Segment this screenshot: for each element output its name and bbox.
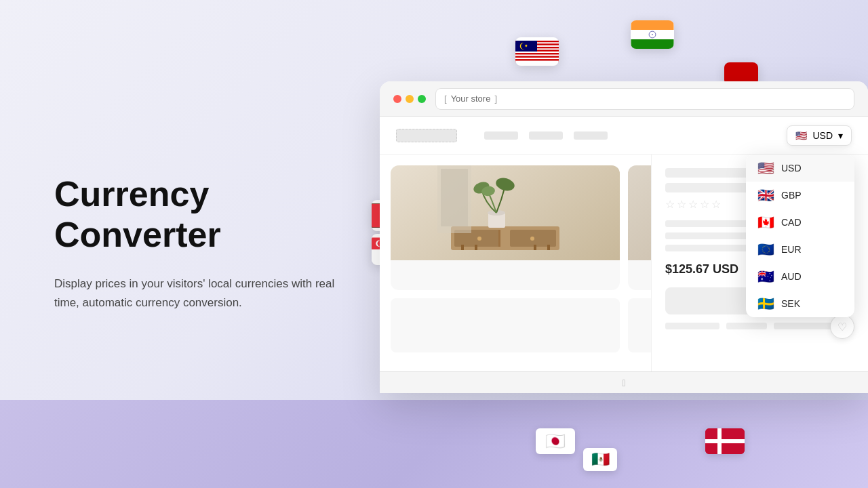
currency-option-sek[interactable]: 🇸🇪 SEK: [746, 290, 854, 317]
india-flag: [631, 20, 674, 49]
left-section: CurrencyConverter Display prices in your…: [54, 174, 339, 313]
svg-rect-10: [515, 54, 559, 56]
bottom-detail-lines: [665, 323, 854, 329]
svg-rect-9: [515, 53, 559, 54]
cad-label: CAD: [781, 217, 802, 228]
product-card-1: [391, 165, 620, 290]
sek-label: SEK: [781, 298, 800, 309]
svg-rect-12: [515, 58, 559, 59]
svg-point-57: [530, 237, 534, 241]
svg-rect-11: [515, 56, 559, 58]
svg-rect-19: [631, 20, 674, 30]
browser-mockup: [ Your store ] 🇺🇸 USD ▾: [380, 81, 868, 393]
star-4: ☆: [700, 198, 709, 211]
svg-point-56: [477, 237, 481, 241]
svg-rect-51: [498, 230, 500, 247]
currency-option-eur[interactable]: 🇪🇺 EUR: [746, 236, 854, 263]
aud-flag: 🇦🇺: [757, 270, 774, 283]
browser-dot-yellow: [406, 95, 414, 103]
usd-label: USD: [781, 163, 802, 174]
wishlist-button[interactable]: ♡: [830, 314, 854, 339]
eur-flag: 🇪🇺: [757, 243, 774, 256]
browser-dots: [393, 95, 426, 103]
heart-icon: ♡: [837, 321, 847, 333]
mexico-flag: 🇲🇽: [583, 448, 617, 471]
description: Display prices in your visitors' local c…: [54, 274, 339, 314]
main-title: CurrencyConverter: [54, 174, 339, 256]
bottom-line-2: [726, 323, 767, 329]
currency-option-cad[interactable]: 🇨🇦 CAD: [746, 209, 854, 236]
currency-selector-button[interactable]: 🇺🇸 USD ▾: [787, 125, 852, 146]
product-image-1: [391, 165, 620, 260]
usd-flag: 🇺🇸: [757, 161, 774, 175]
denmark-flag: [705, 428, 745, 454]
store-name: Your store: [451, 94, 491, 104]
browser-navbar: [ Your store ]: [380, 81, 868, 117]
nav-link-3: [574, 131, 608, 140]
star-2: ☆: [677, 198, 686, 211]
bottom-line-1: [665, 323, 719, 329]
svg-rect-53: [475, 245, 477, 250]
star-5: ☆: [711, 198, 721, 211]
sek-flag: 🇸🇪: [757, 297, 774, 310]
svg-rect-13: [515, 59, 559, 60]
gbp-flag: 🇬🇧: [757, 188, 774, 202]
svg-rect-21: [631, 39, 674, 49]
selected-currency-code: USD: [812, 130, 833, 141]
chevron-down-icon: ▾: [838, 130, 843, 141]
apple-logo: : [622, 378, 625, 388]
svg-rect-52: [461, 245, 464, 250]
svg-point-61: [494, 176, 516, 193]
browser-dot-green: [418, 95, 426, 103]
star-1: ☆: [665, 198, 675, 211]
japan-flag: 🇯🇵: [536, 428, 575, 454]
star-3: ☆: [688, 198, 698, 211]
currency-option-usd[interactable]: 🇺🇸 USD: [746, 155, 854, 182]
svg-rect-54: [534, 245, 536, 250]
svg-rect-55: [547, 245, 550, 250]
svg-point-23: [652, 34, 652, 35]
svg-rect-64: [441, 169, 468, 226]
browser-dot-red: [393, 95, 401, 103]
nav-links: [484, 131, 608, 140]
cad-flag: 🇨🇦: [757, 216, 774, 229]
store-logo: [396, 129, 457, 142]
currency-option-aud[interactable]: 🇦🇺 AUD: [746, 263, 854, 290]
currency-option-gbp[interactable]: 🇬🇧 GBP: [746, 182, 854, 209]
address-bar: [ Your store ]: [435, 88, 854, 110]
svg-rect-8: [515, 52, 559, 53]
malaysia-flag: [515, 37, 559, 66]
selected-flag: 🇺🇸: [795, 130, 807, 141]
svg-rect-73: [705, 439, 745, 443]
store-nav: 🇺🇸 USD ▾: [380, 117, 868, 155]
currency-dropdown: 🇺🇸 USD 🇬🇧 GBP 🇨🇦 CAD 🇪🇺 EUR 🇦🇺 AUD 🇸🇪 SE…: [746, 155, 854, 317]
eur-label: EUR: [781, 244, 802, 255]
product-card-3: [391, 298, 620, 352]
svg-rect-14: [515, 61, 559, 62]
store-name-bracket-close: ]: [494, 94, 497, 104]
nav-link-1: [484, 131, 518, 140]
browser-bottom-bar: : [380, 371, 868, 393]
aud-label: AUD: [781, 271, 802, 282]
nav-link-2: [529, 131, 563, 140]
store-name-bracket: [: [444, 94, 447, 104]
gbp-label: GBP: [781, 190, 802, 201]
